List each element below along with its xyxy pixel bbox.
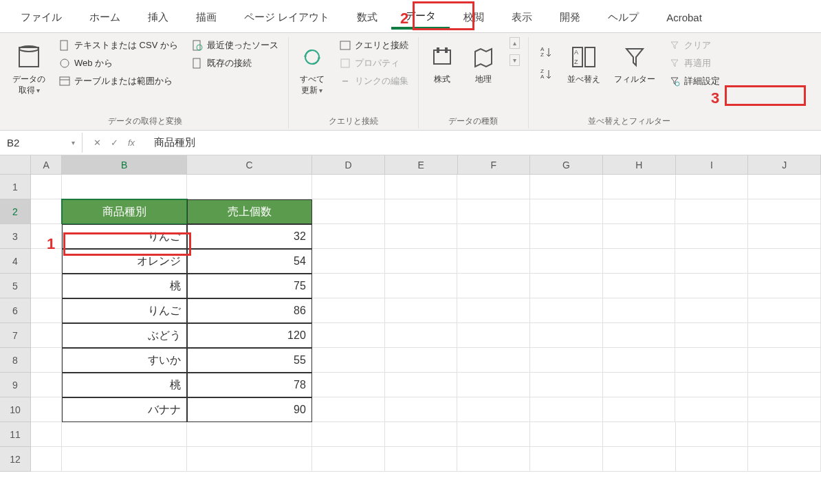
cell-H3[interactable] [603,224,676,249]
filter-button[interactable]: フィルター [610,37,659,88]
cell-J7[interactable] [748,323,821,348]
cell-G8[interactable] [530,348,603,373]
geography-button[interactable]: 地理 [466,37,501,88]
cell-D3[interactable] [312,224,385,249]
row-header-10[interactable]: 10 [0,397,31,422]
col-header-E[interactable]: E [385,155,458,175]
stocks-button[interactable]: 株式 [424,37,460,88]
cell-E5[interactable] [385,274,458,298]
row-header-9[interactable]: 9 [0,373,31,397]
cell-E1[interactable] [385,175,458,199]
name-box[interactable]: B2 ▾ [0,133,83,153]
cell-F6[interactable] [457,298,530,323]
existing-connections-button[interactable]: 既存の接続 [188,55,283,72]
cell-D12[interactable] [312,447,385,472]
cell-A5[interactable] [31,274,62,298]
cell-H10[interactable] [603,397,676,422]
col-header-A[interactable]: A [31,155,62,175]
cell-E7[interactable] [385,323,458,348]
cell-C2[interactable]: 売上個数 [187,199,312,224]
cell-E12[interactable] [385,447,458,472]
scroll-up-icon[interactable]: ▴ [510,37,520,49]
cell-E11[interactable] [385,422,458,447]
cell-B6[interactable]: りんご [62,298,187,323]
sort-asc-button[interactable]: AZ [534,43,558,62]
col-header-J[interactable]: J [748,155,821,175]
select-all-corner[interactable] [0,155,31,175]
cell-I9[interactable] [675,373,748,397]
from-web-button[interactable]: Web から [55,55,182,72]
cell-F3[interactable] [457,224,530,249]
cell-F7[interactable] [457,323,530,348]
col-header-I[interactable]: I [676,155,749,175]
cell-H8[interactable] [603,348,676,373]
cell-F11[interactable] [457,422,530,447]
cell-H4[interactable] [603,249,676,274]
cell-E6[interactable] [385,298,458,323]
row-header-6[interactable]: 6 [0,298,31,323]
queries-connections-button[interactable]: クエリと接続 [336,37,413,54]
cell-B11[interactable] [62,422,187,447]
cell-H7[interactable] [603,323,676,348]
cell-F5[interactable] [457,274,530,298]
cell-J9[interactable] [748,373,821,397]
cell-A1[interactable] [31,175,62,199]
cell-B7[interactable]: ぶどう [62,323,187,348]
advanced-filter-button[interactable]: 詳細設定 [665,73,724,89]
cell-A8[interactable] [31,348,62,373]
cell-F4[interactable] [457,249,530,274]
cell-I11[interactable] [676,422,749,447]
cell-A11[interactable] [31,422,62,447]
cell-D2[interactable] [312,199,385,224]
tab-file[interactable]: ファイル [7,7,76,28]
cell-I6[interactable] [675,298,748,323]
cell-J2[interactable] [748,199,821,224]
cell-J6[interactable] [748,298,821,323]
cell-I5[interactable] [675,274,748,298]
cell-D9[interactable] [312,373,385,397]
cell-C6[interactable]: 86 [187,298,312,323]
cell-I8[interactable] [675,348,748,373]
cell-F1[interactable] [457,175,530,199]
row-header-11[interactable]: 11 [0,422,31,447]
cell-C7[interactable]: 120 [187,323,312,348]
cell-G5[interactable] [530,274,603,298]
cell-E4[interactable] [385,249,458,274]
cell-G3[interactable] [530,224,603,249]
cell-G7[interactable] [530,323,603,348]
row-header-7[interactable]: 7 [0,323,31,348]
col-header-B[interactable]: B [62,155,187,175]
cell-D10[interactable] [312,397,385,422]
cell-F10[interactable] [457,397,530,422]
cell-E3[interactable] [385,224,458,249]
from-table-range-button[interactable]: テーブルまたは範囲から [55,73,182,89]
cell-C12[interactable] [187,447,312,472]
row-header-1[interactable]: 1 [0,175,31,199]
row-header-12[interactable]: 12 [0,447,31,472]
cell-A2[interactable] [31,199,62,224]
cell-E10[interactable] [385,397,458,422]
cell-H12[interactable] [603,447,676,472]
cell-I2[interactable] [675,199,748,224]
fx-icon[interactable]: fx [128,138,135,148]
scroll-down-icon[interactable]: ▾ [510,54,520,66]
sort-desc-button[interactable]: ZA [534,65,558,84]
cell-H5[interactable] [603,274,676,298]
cell-J10[interactable] [748,397,821,422]
cell-H11[interactable] [603,422,676,447]
cell-H2[interactable] [603,199,676,224]
tab-formulas[interactable]: 数式 [343,7,391,28]
cell-B12[interactable] [62,447,187,472]
row-header-3[interactable]: 3 [0,224,31,249]
cell-D5[interactable] [312,274,385,298]
col-header-C[interactable]: C [187,155,312,175]
row-header-8[interactable]: 8 [0,348,31,373]
cell-A9[interactable] [31,373,62,397]
cell-D7[interactable] [312,323,385,348]
row-header-2[interactable]: 2 [0,199,31,224]
get-data-button[interactable]: データの 取得 [8,37,50,98]
cell-J12[interactable] [748,447,821,472]
tab-help[interactable]: ヘルプ [594,7,653,28]
refresh-all-button[interactable]: すべて 更新 [294,37,330,98]
cell-F12[interactable] [457,447,530,472]
